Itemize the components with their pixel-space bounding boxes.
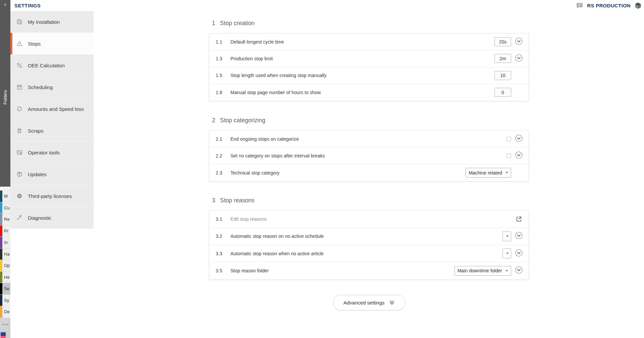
expand-row-button[interactable] xyxy=(515,135,523,143)
row-action-slot xyxy=(515,232,523,240)
dropdown-select-empty[interactable] xyxy=(502,249,511,258)
setting-label: Edit stop reasons xyxy=(230,216,267,222)
circle-chevron-down-icon xyxy=(515,38,523,45)
expand-row-button[interactable] xyxy=(515,249,523,258)
brand-logo-pink-block xyxy=(1,336,6,338)
expand-folders-button[interactable]: › xyxy=(0,1,10,7)
chat-bubble-icon[interactable] xyxy=(576,2,583,9)
setting-label: Stop reason folder xyxy=(230,268,269,273)
setting-label: Set no category on stops after interval … xyxy=(230,153,325,158)
sidebar-item-my-installation[interactable]: My installation xyxy=(10,11,94,33)
nav-drag-handle[interactable]: ···· xyxy=(0,187,10,191)
percent-icon xyxy=(16,62,23,69)
setting-row-1.1: 1.1Default longest cycle time xyxy=(209,33,529,50)
nav-item-de[interactable]: De xyxy=(0,306,10,318)
double-chevron-down-icon xyxy=(389,300,395,306)
setting-number: 1.6 xyxy=(209,90,230,95)
caret-down-icon xyxy=(506,235,509,237)
row-action-slot xyxy=(515,169,523,177)
nav-item-re[interactable]: Re xyxy=(0,214,10,225)
row-action-slot xyxy=(515,89,523,96)
advanced-settings-label: Advanced settings xyxy=(343,300,385,306)
value-input[interactable] xyxy=(494,88,511,97)
dropdown-select[interactable]: Main downtime folder xyxy=(454,266,511,276)
nav-item-label: In xyxy=(4,240,8,245)
value-input[interactable] xyxy=(494,37,511,46)
sidebar-item-label: OEE Calculation xyxy=(28,63,65,68)
expand-row-button[interactable] xyxy=(515,54,523,63)
sidebar-item-stops[interactable]: Stops xyxy=(10,33,94,55)
nav-item-pr[interactable]: Pr xyxy=(0,225,10,237)
open-edit-stop-reasons-button[interactable] xyxy=(516,216,522,222)
nav-item-op[interactable]: Op xyxy=(0,260,10,272)
topbar: SETTINGS RS PRODUCTION xyxy=(10,0,644,11)
nav-item-cu[interactable]: Cu xyxy=(0,202,10,214)
sidebar-item-label: My installation xyxy=(28,19,60,25)
nav-item-ha[interactable]: Ha xyxy=(0,249,10,260)
setting-row-1.6: 1.6Manual stop page number of hours to s… xyxy=(209,84,529,101)
nav-item-m[interactable]: M xyxy=(0,191,10,202)
nav-item-color-bar xyxy=(0,295,2,306)
sidebar-item-scraps[interactable]: Scraps xyxy=(10,120,94,142)
row-action-slot xyxy=(515,38,523,46)
sidebar-item-label: Scraps xyxy=(28,128,44,134)
sidebar-item-label: Third-party licenses xyxy=(28,193,72,199)
sidebar-item-diagnostic[interactable]: Diagnostic xyxy=(10,207,94,229)
advanced-settings-button[interactable]: Advanced settings xyxy=(333,295,405,311)
nav-item-label: Sy xyxy=(4,298,9,303)
cube-logo-icon[interactable] xyxy=(634,2,642,9)
sidebar-item-updates[interactable]: Updates xyxy=(10,163,94,185)
nav-item-label: Re xyxy=(4,217,10,222)
topbar-right: RS PRODUCTION xyxy=(576,0,642,11)
nav-item-se[interactable]: Se xyxy=(0,283,10,295)
sidebar-item-oee-calculation[interactable]: OEE Calculation xyxy=(10,55,94,76)
value-input[interactable] xyxy=(494,54,511,63)
nav-item-in[interactable]: In xyxy=(0,237,10,249)
setting-row-2.3: 2.3Technical stop categoryMachine relate… xyxy=(209,164,529,181)
section-number: 1 xyxy=(212,20,215,27)
nav-more-button[interactable] xyxy=(0,318,10,332)
nav-item-label: Pr xyxy=(4,228,8,233)
setting-label: End ongoing stops on categorize xyxy=(230,136,299,142)
value-input[interactable] xyxy=(494,71,511,80)
nav-item-label: Cu xyxy=(4,205,10,210)
nav-item-label: Se xyxy=(4,286,9,291)
sidebar-item-third-party-licenses[interactable]: Third-party licenses xyxy=(10,185,94,207)
sidebar-item-scheduling[interactable]: Scheduling xyxy=(10,76,94,98)
brand-logo-navy-block xyxy=(1,332,6,336)
setting-number: 3.1 xyxy=(209,216,230,222)
nav-item-he[interactable]: He xyxy=(0,272,10,283)
row-action-slot xyxy=(515,215,523,223)
dropdown-select-empty[interactable] xyxy=(502,231,511,241)
section-number: 3 xyxy=(212,197,215,204)
setting-row-3.1: 3.1Edit stop reasons xyxy=(209,211,529,228)
settings-sidebar: My installationStopsOEE CalculationSched… xyxy=(10,11,94,229)
setting-row-1.3: 1.3Production stop limit xyxy=(209,50,529,67)
caret-down-icon xyxy=(505,270,508,272)
row-action-slot xyxy=(515,72,523,79)
settings-card-2: 2.1End ongoing stops on categorize2.2Set… xyxy=(209,130,529,182)
expand-row-button[interactable] xyxy=(515,151,523,160)
package-icon xyxy=(16,171,23,178)
checkbox[interactable] xyxy=(506,137,511,141)
expand-row-button[interactable] xyxy=(515,266,523,275)
wrench-icon xyxy=(16,214,23,221)
calendar-icon xyxy=(16,84,23,90)
expand-row-button[interactable] xyxy=(515,232,523,241)
setting-label: Automatic stop reason when no active art… xyxy=(230,251,324,256)
warning-triangle-icon xyxy=(16,40,23,47)
dropdown-select[interactable]: Machine related xyxy=(466,168,511,178)
sidebar-item-operator-tools[interactable]: Operator tools xyxy=(10,142,94,163)
sidebar-item-label: Stops xyxy=(28,41,41,47)
nav-item-color-bar xyxy=(0,202,2,214)
nav-item-label: M xyxy=(4,194,8,199)
settings-content: Advanced settings 1Stop creation1.1Defau… xyxy=(94,11,644,338)
nav-item-label: Ha xyxy=(4,252,10,257)
section-title: Stop categorizing xyxy=(220,117,265,124)
expand-row-button[interactable] xyxy=(515,38,523,46)
checkbox[interactable] xyxy=(506,153,511,158)
row-action-slot xyxy=(515,135,523,143)
sidebar-item-amounts-and-speed-loss[interactable]: Amounts and Speed loss xyxy=(10,98,94,120)
nav-item-sy[interactable]: Sy xyxy=(0,295,10,307)
setting-label: Manual stop page number of hours to show xyxy=(230,90,321,95)
